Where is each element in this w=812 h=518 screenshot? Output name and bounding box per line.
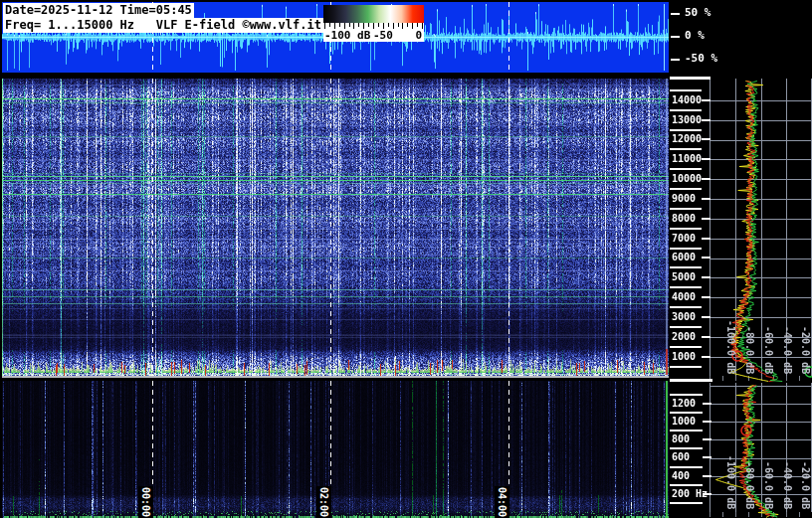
frequency-minor-tick: [670, 412, 703, 414]
frequency-axis-top-tick: [670, 77, 710, 80]
colorbar-tick: [422, 23, 423, 29]
panel-separator: [2, 376, 669, 378]
frequency-tick: [702, 276, 710, 278]
colorbar-tick: [417, 23, 418, 27]
amplitude-scale-label: 0 %: [685, 30, 705, 42]
time-label-chip: 02:00: [316, 486, 331, 518]
amplitude-scale-label: -50 %: [685, 53, 717, 65]
frequency-tick: [703, 421, 711, 423]
frequency-tick: [702, 356, 710, 358]
db-axis-label: -80.0 dB: [743, 326, 756, 374]
frequency-minor-tick: [670, 326, 702, 328]
frequency-tick: [702, 138, 710, 140]
frequency-tick-label: 14000: [672, 94, 703, 106]
db-axis-label: -100.0 dB: [724, 455, 737, 509]
frequency-tick: [702, 119, 710, 121]
vlf-monitor-screen: Date=2025-11-12 Time=05:45 Freq= 1...150…: [0, 0, 812, 518]
frequency-tick-label: 5000: [672, 271, 703, 283]
frequency-minor-tick: [670, 208, 702, 210]
frequency-tick: [702, 218, 710, 220]
frequency-minor-tick: [670, 129, 702, 131]
colorbar-tick-label: -100 dB: [324, 30, 370, 42]
db-axis-label: -60.0 dB: [762, 461, 775, 509]
db-axis-label: -80.0 dB: [743, 461, 756, 509]
frequency-minor-tick: [670, 502, 703, 504]
colorbar-tick: [368, 23, 369, 27]
frequency-tick-label: 13000: [672, 114, 703, 126]
amplitude-scale-tick: [671, 13, 680, 15]
frequency-tick-label: 9000: [672, 193, 703, 205]
frequency-tick-label: 1000: [672, 351, 703, 363]
frequency-tick: [703, 475, 711, 477]
frequency-tick-label: 12000: [672, 133, 703, 145]
frequency-minor-tick: [670, 430, 703, 432]
frequency-tick: [703, 438, 711, 440]
frequency-tick: [702, 296, 710, 298]
frequency-tick-label: 7000: [672, 233, 703, 245]
frequency-tick: [702, 316, 710, 318]
colorbar-tick: [378, 23, 379, 27]
freq-range-label: Freq= 1...15000 Hz VLF E-field ©www.vlf.…: [3, 18, 323, 33]
frequency-minor-tick: [670, 89, 702, 91]
time-label-chip: 04:00: [495, 486, 509, 518]
frequency-minor-tick: [670, 366, 702, 368]
frequency-tick: [702, 238, 710, 240]
main-spectrogram: [2, 79, 669, 376]
frequency-minor-tick: [670, 306, 702, 308]
db-axis-label: -60.0 dB: [762, 326, 775, 374]
frequency-minor-tick: [670, 484, 703, 486]
frequency-minor-tick: [670, 466, 703, 468]
intensity-colorbar: -100 dB-500: [323, 5, 424, 42]
frequency-tick: [702, 99, 710, 101]
colorbar-tick: [412, 23, 413, 29]
frequency-tick: [702, 336, 710, 338]
colorbar-gradient: [323, 5, 424, 23]
colorbar-tick: [388, 23, 389, 27]
frequency-tick: [703, 403, 711, 405]
colorbar-tick-label: -50: [373, 30, 393, 42]
colorbar-tick: [329, 23, 330, 27]
time-label-chip: 00:00: [138, 486, 153, 518]
frequency-minor-tick: [670, 286, 702, 288]
frequency-minor-tick: [670, 394, 703, 396]
frequency-minor-tick: [670, 228, 702, 230]
date-time-label: Date=2025-11-12 Time=05:45: [3, 3, 194, 18]
db-axis-label: -40.0 dB: [781, 326, 794, 374]
frequency-tick: [703, 456, 711, 458]
colorbar-tick: [358, 23, 359, 27]
frequency-minor-tick: [670, 188, 702, 190]
frequency-minor-tick: [670, 266, 702, 268]
frequency-minor-tick: [670, 447, 703, 449]
frequency-tick: [702, 178, 710, 180]
frequency-minor-tick: [670, 109, 702, 111]
colorbar-tick: [402, 23, 403, 29]
frequency-tick-label: 3000: [672, 311, 703, 323]
frequency-minor-tick: [670, 248, 702, 250]
amplitude-scale-label: 50 %: [685, 7, 711, 19]
colorbar-tick: [349, 23, 350, 27]
info-overlay: Date=2025-11-12 Time=05:45 Freq= 1...150…: [3, 3, 323, 33]
frequency-minor-tick: [670, 346, 702, 348]
frequency-tick-label: 4000: [672, 291, 703, 303]
frequency-tick-label: 2000: [672, 331, 703, 343]
frequency-tick: [702, 198, 710, 200]
frequency-tick: [702, 257, 710, 259]
colorbar-tick: [407, 23, 408, 27]
amplitude-scale-tick: [671, 36, 680, 38]
colorbar-tick: [398, 23, 399, 27]
frequency-tick-label: 6000: [672, 252, 703, 263]
frequency-tick-label: 10000: [672, 173, 703, 185]
frequency-tick: [702, 158, 710, 160]
amplitude-scale-tick: [671, 59, 680, 61]
db-axis-label: -20.0 dB: [799, 326, 812, 374]
colorbar-scale: -100 dB-500: [323, 23, 424, 42]
frequency-axis-top-tick: [670, 379, 712, 382]
db-axis-label: -20.0 dB: [799, 461, 812, 509]
frequency-tick-label: 11000: [672, 153, 703, 165]
frequency-minor-tick: [670, 148, 702, 150]
frequency-minor-tick: [670, 168, 702, 170]
colorbar-tick: [339, 23, 340, 27]
db-axis-label: -40.0 dB: [781, 461, 794, 509]
low-frequency-spectrogram: [2, 381, 669, 518]
frequency-tick: [703, 493, 711, 495]
